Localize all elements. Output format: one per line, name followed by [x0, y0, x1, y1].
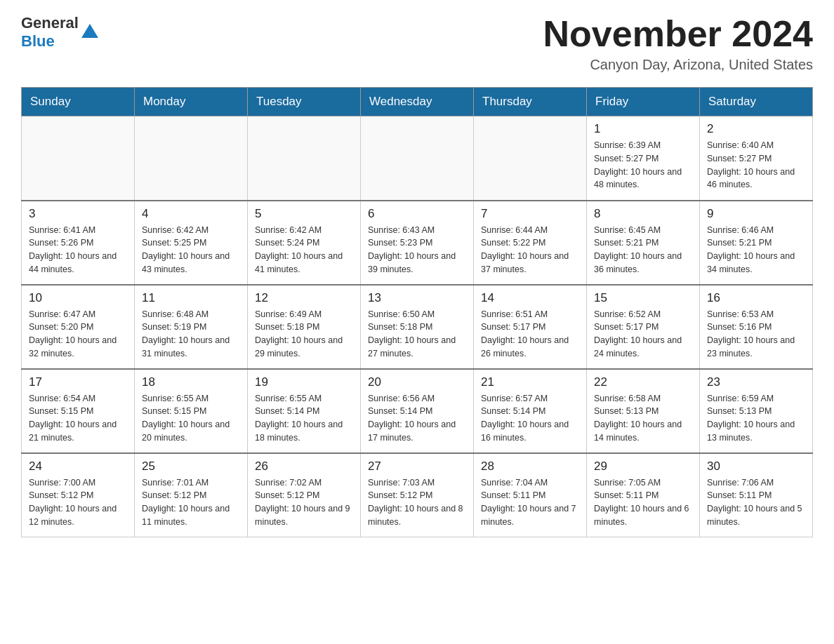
day-info: Sunrise: 6:40 AM Sunset: 5:27 PM Dayligh…	[707, 140, 795, 189]
day-number: 14	[481, 291, 579, 305]
day-number: 6	[368, 207, 466, 221]
calendar-week-row: 3Sunrise: 6:41 AM Sunset: 5:26 PM Daylig…	[22, 201, 813, 285]
day-number: 23	[707, 375, 805, 389]
calendar-day-cell: 15Sunrise: 6:52 AM Sunset: 5:17 PM Dayli…	[587, 285, 700, 369]
day-info: Sunrise: 6:44 AM Sunset: 5:22 PM Dayligh…	[481, 225, 569, 274]
calendar-day-cell: 13Sunrise: 6:50 AM Sunset: 5:18 PM Dayli…	[361, 285, 474, 369]
calendar-week-row: 17Sunrise: 6:54 AM Sunset: 5:15 PM Dayli…	[22, 369, 813, 453]
calendar-day-cell: 5Sunrise: 6:42 AM Sunset: 5:24 PM Daylig…	[248, 201, 361, 285]
day-number: 26	[255, 459, 353, 474]
calendar-day-cell: 25Sunrise: 7:01 AM Sunset: 5:12 PM Dayli…	[135, 453, 248, 537]
weekday-header-row: SundayMondayTuesdayWednesdayThursdayFrid…	[22, 88, 813, 116]
calendar-week-row: 24Sunrise: 7:00 AM Sunset: 5:12 PM Dayli…	[22, 453, 813, 537]
day-info: Sunrise: 6:48 AM Sunset: 5:19 PM Dayligh…	[142, 309, 230, 358]
calendar-week-row: 10Sunrise: 6:47 AM Sunset: 5:20 PM Dayli…	[22, 285, 813, 369]
day-number: 22	[594, 375, 692, 389]
day-number: 19	[255, 375, 353, 389]
calendar-day-cell: 28Sunrise: 7:04 AM Sunset: 5:11 PM Dayli…	[474, 453, 587, 537]
calendar-week-row: 1Sunrise: 6:39 AM Sunset: 5:27 PM Daylig…	[22, 116, 813, 201]
day-number: 24	[29, 459, 127, 474]
calendar-title: November 2024	[543, 14, 813, 54]
day-number: 27	[368, 459, 466, 474]
calendar-day-cell: 9Sunrise: 6:46 AM Sunset: 5:21 PM Daylig…	[700, 201, 813, 285]
logo-triangle-icon	[81, 24, 98, 38]
day-number: 29	[594, 459, 692, 474]
day-info: Sunrise: 7:01 AM Sunset: 5:12 PM Dayligh…	[142, 478, 230, 527]
day-info: Sunrise: 7:06 AM Sunset: 5:11 PM Dayligh…	[707, 478, 802, 527]
calendar-day-cell: 29Sunrise: 7:05 AM Sunset: 5:11 PM Dayli…	[587, 453, 700, 537]
day-info: Sunrise: 6:46 AM Sunset: 5:21 PM Dayligh…	[707, 225, 795, 274]
calendar-day-cell: 16Sunrise: 6:53 AM Sunset: 5:16 PM Dayli…	[700, 285, 813, 369]
weekday-header-thursday: Thursday	[474, 88, 587, 116]
weekday-header-tuesday: Tuesday	[248, 88, 361, 116]
day-info: Sunrise: 6:57 AM Sunset: 5:14 PM Dayligh…	[481, 394, 569, 443]
day-number: 17	[29, 375, 127, 389]
day-info: Sunrise: 6:42 AM Sunset: 5:25 PM Dayligh…	[142, 225, 230, 274]
calendar-day-cell: 18Sunrise: 6:55 AM Sunset: 5:15 PM Dayli…	[135, 369, 248, 453]
weekday-header-saturday: Saturday	[700, 88, 813, 116]
day-number: 3	[29, 207, 127, 221]
calendar-day-cell: 19Sunrise: 6:55 AM Sunset: 5:14 PM Dayli…	[248, 369, 361, 453]
day-number: 4	[142, 207, 240, 221]
day-number: 16	[707, 291, 805, 305]
day-number: 25	[142, 459, 240, 474]
title-block: November 2024 Canyon Day, Arizona, Unite…	[543, 14, 813, 73]
day-info: Sunrise: 6:41 AM Sunset: 5:26 PM Dayligh…	[29, 225, 117, 274]
day-number: 2	[707, 122, 805, 136]
day-number: 1	[594, 122, 692, 136]
day-number: 21	[481, 375, 579, 389]
day-info: Sunrise: 6:58 AM Sunset: 5:13 PM Dayligh…	[594, 394, 682, 443]
calendar-subtitle: Canyon Day, Arizona, United States	[543, 57, 813, 73]
day-number: 13	[368, 291, 466, 305]
calendar-day-cell: 3Sunrise: 6:41 AM Sunset: 5:26 PM Daylig…	[22, 201, 135, 285]
day-number: 9	[707, 207, 805, 221]
logo: General Blue	[21, 14, 98, 51]
calendar-day-cell: 14Sunrise: 6:51 AM Sunset: 5:17 PM Dayli…	[474, 285, 587, 369]
day-number: 12	[255, 291, 353, 305]
calendar-day-cell: 22Sunrise: 6:58 AM Sunset: 5:13 PM Dayli…	[587, 369, 700, 453]
calendar-day-cell: 7Sunrise: 6:44 AM Sunset: 5:22 PM Daylig…	[474, 201, 587, 285]
day-info: Sunrise: 6:50 AM Sunset: 5:18 PM Dayligh…	[368, 309, 456, 358]
day-info: Sunrise: 6:45 AM Sunset: 5:21 PM Dayligh…	[594, 225, 682, 274]
weekday-header-monday: Monday	[135, 88, 248, 116]
day-number: 8	[594, 207, 692, 221]
calendar-day-cell	[361, 116, 474, 201]
calendar-day-cell: 30Sunrise: 7:06 AM Sunset: 5:11 PM Dayli…	[700, 453, 813, 537]
day-number: 18	[142, 375, 240, 389]
calendar-day-cell: 1Sunrise: 6:39 AM Sunset: 5:27 PM Daylig…	[587, 116, 700, 201]
day-info: Sunrise: 6:56 AM Sunset: 5:14 PM Dayligh…	[368, 394, 456, 443]
day-number: 11	[142, 291, 240, 305]
day-info: Sunrise: 6:43 AM Sunset: 5:23 PM Dayligh…	[368, 225, 456, 274]
day-info: Sunrise: 6:55 AM Sunset: 5:14 PM Dayligh…	[255, 394, 343, 443]
calendar-day-cell: 23Sunrise: 6:59 AM Sunset: 5:13 PM Dayli…	[700, 369, 813, 453]
calendar-table: SundayMondayTuesdayWednesdayThursdayFrid…	[21, 87, 813, 537]
day-number: 30	[707, 459, 805, 474]
calendar-day-cell	[135, 116, 248, 201]
calendar-day-cell	[22, 116, 135, 201]
calendar-day-cell: 12Sunrise: 6:49 AM Sunset: 5:18 PM Dayli…	[248, 285, 361, 369]
calendar-day-cell: 20Sunrise: 6:56 AM Sunset: 5:14 PM Dayli…	[361, 369, 474, 453]
day-info: Sunrise: 6:55 AM Sunset: 5:15 PM Dayligh…	[142, 394, 230, 443]
day-info: Sunrise: 6:59 AM Sunset: 5:13 PM Dayligh…	[707, 394, 795, 443]
calendar-day-cell: 17Sunrise: 6:54 AM Sunset: 5:15 PM Dayli…	[22, 369, 135, 453]
weekday-header-sunday: Sunday	[22, 88, 135, 116]
calendar-day-cell: 6Sunrise: 6:43 AM Sunset: 5:23 PM Daylig…	[361, 201, 474, 285]
day-number: 20	[368, 375, 466, 389]
day-number: 5	[255, 207, 353, 221]
calendar-day-cell: 26Sunrise: 7:02 AM Sunset: 5:12 PM Dayli…	[248, 453, 361, 537]
calendar-day-cell: 8Sunrise: 6:45 AM Sunset: 5:21 PM Daylig…	[587, 201, 700, 285]
day-info: Sunrise: 6:42 AM Sunset: 5:24 PM Dayligh…	[255, 225, 343, 274]
day-info: Sunrise: 6:53 AM Sunset: 5:16 PM Dayligh…	[707, 309, 795, 358]
day-info: Sunrise: 7:00 AM Sunset: 5:12 PM Dayligh…	[29, 478, 117, 527]
calendar-day-cell: 27Sunrise: 7:03 AM Sunset: 5:12 PM Dayli…	[361, 453, 474, 537]
day-info: Sunrise: 6:47 AM Sunset: 5:20 PM Dayligh…	[29, 309, 117, 358]
calendar-day-cell: 10Sunrise: 6:47 AM Sunset: 5:20 PM Dayli…	[22, 285, 135, 369]
weekday-header-wednesday: Wednesday	[361, 88, 474, 116]
calendar-day-cell: 24Sunrise: 7:00 AM Sunset: 5:12 PM Dayli…	[22, 453, 135, 537]
day-info: Sunrise: 6:51 AM Sunset: 5:17 PM Dayligh…	[481, 309, 569, 358]
calendar-day-cell: 2Sunrise: 6:40 AM Sunset: 5:27 PM Daylig…	[700, 116, 813, 201]
day-info: Sunrise: 6:49 AM Sunset: 5:18 PM Dayligh…	[255, 309, 343, 358]
day-info: Sunrise: 6:54 AM Sunset: 5:15 PM Dayligh…	[29, 394, 117, 443]
calendar-day-cell: 11Sunrise: 6:48 AM Sunset: 5:19 PM Dayli…	[135, 285, 248, 369]
day-number: 28	[481, 459, 579, 474]
